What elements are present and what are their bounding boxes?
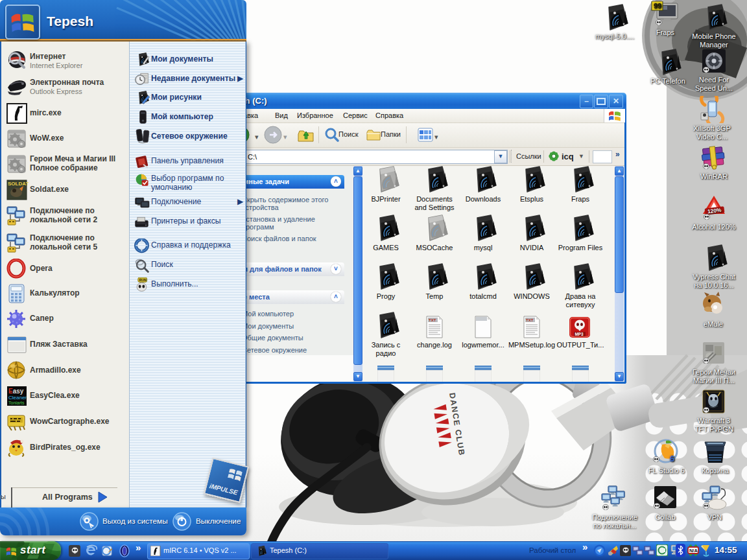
svg-text:Easy: Easy <box>8 388 24 395</box>
svg-text:Toniarts: Toniarts <box>8 401 25 405</box>
svg-text:SOLDAT: SOLDAT <box>8 181 29 187</box>
svg-text:RUN: RUN <box>139 278 147 282</box>
svg-text:N/A: N/A <box>689 548 698 554</box>
svg-text:Cleaner: Cleaner <box>8 395 27 401</box>
svg-text:99: 99 <box>654 2 661 10</box>
svg-text:6: 6 <box>670 454 674 463</box>
